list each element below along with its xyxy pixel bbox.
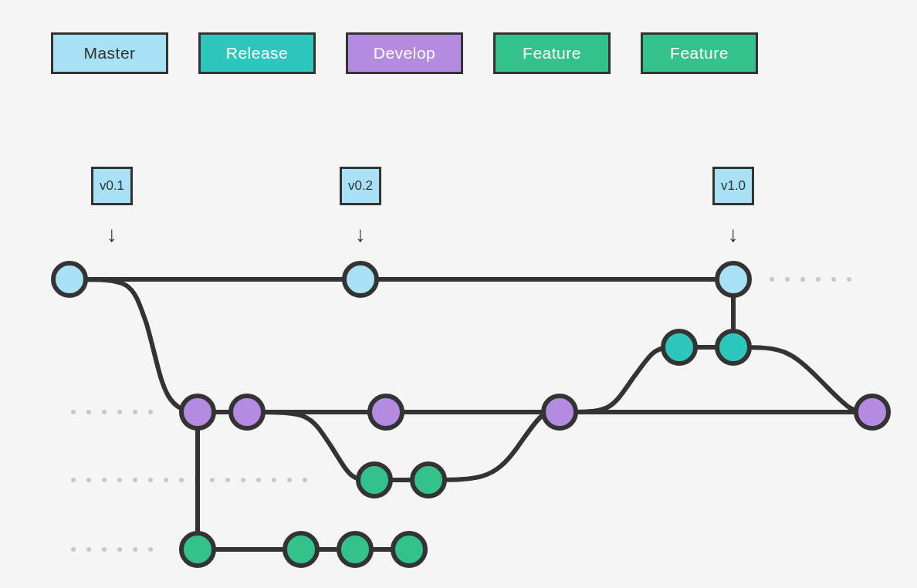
- gitflow-diagram: Master Release Develop Feature Feature v…: [0, 0, 917, 588]
- commit-develop: [231, 396, 263, 428]
- commit-feature: [339, 533, 371, 566]
- commit-develop: [856, 396, 888, 428]
- commit-release: [663, 331, 695, 363]
- commit-develop: [181, 396, 214, 428]
- commit-release: [717, 331, 750, 363]
- commit-master: [344, 263, 377, 296]
- branch-graph: [0, 0, 917, 588]
- commit-feature: [412, 464, 445, 496]
- commit-master: [717, 263, 750, 296]
- commit-feature: [285, 533, 317, 566]
- commit-develop: [543, 396, 576, 428]
- commit-develop: [370, 396, 402, 428]
- commit-master: [53, 263, 86, 296]
- commit-feature: [393, 533, 425, 566]
- commit-feature: [358, 464, 391, 496]
- commit-feature: [181, 533, 214, 566]
